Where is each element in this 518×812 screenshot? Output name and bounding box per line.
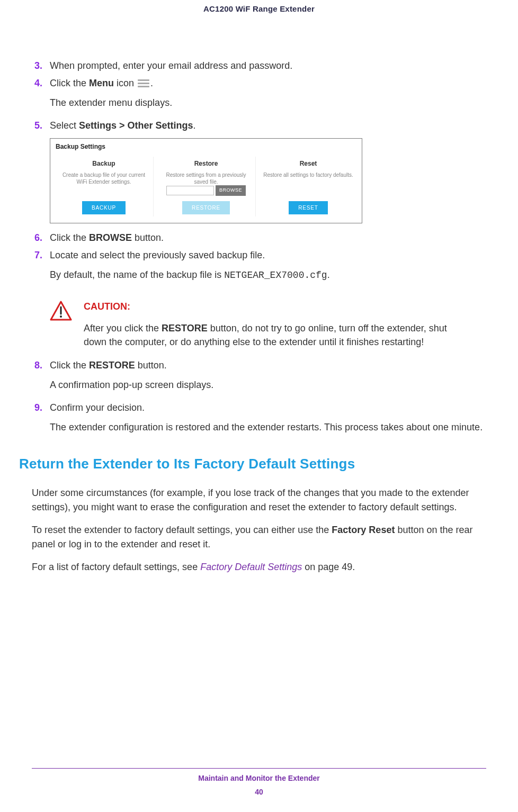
step-text: . xyxy=(150,78,153,88)
browse-button[interactable]: BROWSE xyxy=(216,185,246,196)
footer-divider xyxy=(32,768,486,769)
step-text: icon xyxy=(114,78,137,88)
step-4: 4. Click the Menu icon . The extender me… xyxy=(32,76,486,115)
restore-panel: Restore Restore settings from a previous… xyxy=(157,157,256,216)
panel-desc: Restore settings from a previously saved… xyxy=(159,172,253,185)
followup-text: The extender configuration is restored a… xyxy=(50,420,486,435)
step-text: When prompted, enter your email address … xyxy=(50,59,486,73)
followup-text: The extender menu displays. xyxy=(50,96,486,110)
followup-text: By default, the name of the backup file … xyxy=(50,269,224,280)
footer-chapter-title: Maintain and Monitor the Extender xyxy=(0,774,518,782)
bold-text: RESTORE xyxy=(89,360,135,371)
screenshot-title: Backup Settings xyxy=(50,139,362,155)
panel-desc: Restore all settings to factory defaults… xyxy=(261,172,355,192)
footer-page-number: 40 xyxy=(0,788,518,796)
step-text: button. xyxy=(132,232,164,243)
step-9: 9. Confirm your decision. The extender c… xyxy=(32,401,486,440)
backup-panel: Backup Create a backup file of your curr… xyxy=(55,157,154,216)
caution-label: CAUTION: xyxy=(84,300,470,314)
svg-point-2 xyxy=(60,315,62,318)
bold-text: Settings > Other Settings xyxy=(79,120,193,131)
file-path-input[interactable] xyxy=(166,186,214,195)
page-header: AC1200 WiF Range Extender xyxy=(0,4,518,13)
bold-text: Menu xyxy=(89,78,114,88)
paragraph-text: For a list of factory default settings, … xyxy=(32,562,200,572)
cross-reference-link[interactable]: Factory Default Settings xyxy=(200,562,302,572)
caution-icon xyxy=(50,301,72,349)
step-8: 8. Click the RESTORE button. A confirmat… xyxy=(32,358,486,398)
step-text: button. xyxy=(135,360,167,371)
hamburger-menu-icon xyxy=(138,79,149,88)
bold-text: BROWSE xyxy=(89,232,132,243)
step-number: 8. xyxy=(32,358,50,398)
content-area: 3. When prompted, enter your email addre… xyxy=(0,13,518,574)
step-6: 6. Click the BROWSE button. xyxy=(32,231,486,245)
step-text: Click the xyxy=(50,78,89,88)
bold-text: Factory Reset xyxy=(332,525,395,535)
bold-text: RESTORE xyxy=(162,323,208,333)
step-text: Locate and select the previously saved b… xyxy=(50,248,486,263)
reset-button[interactable]: RESET xyxy=(289,201,327,214)
paragraph: Under some circumstances (for example, i… xyxy=(32,486,486,515)
followup-text: . xyxy=(327,269,330,280)
step-number: 5. xyxy=(32,119,50,133)
panel-heading: Reset xyxy=(261,159,355,168)
step-7: 7. Locate and select the previously save… xyxy=(32,248,486,288)
backup-button[interactable]: BACKUP xyxy=(82,201,126,214)
filename-code: NETGEAR_EX7000.cfg xyxy=(224,270,327,281)
caution-block: CAUTION: After you click the RESTORE but… xyxy=(50,300,486,349)
step-5: 5. Select Settings > Other Settings. xyxy=(32,119,486,133)
step-text: Confirm your decision. xyxy=(50,401,486,415)
step-number: 7. xyxy=(32,248,50,288)
followup-text: A confirmation pop-up screen displays. xyxy=(50,378,486,392)
page-footer: Maintain and Monitor the Extender 40 xyxy=(0,768,518,796)
reset-panel: Reset Restore all settings to factory de… xyxy=(259,157,358,216)
restore-button[interactable]: RESTORE xyxy=(182,201,230,214)
step-number: 3. xyxy=(32,59,50,73)
panel-heading: Backup xyxy=(57,159,151,168)
step-number: 4. xyxy=(32,76,50,115)
step-number: 6. xyxy=(32,231,50,245)
section-heading: Return the Extender to Its Factory Defau… xyxy=(19,454,486,474)
step-text: Click the xyxy=(50,232,89,243)
step-number: 9. xyxy=(32,401,50,440)
step-text: Select xyxy=(50,120,79,131)
step-text: Click the xyxy=(50,360,89,371)
step-3: 3. When prompted, enter your email addre… xyxy=(32,59,486,73)
backup-settings-screenshot: Backup Settings Backup Create a backup f… xyxy=(50,138,362,223)
panel-heading: Restore xyxy=(159,159,253,168)
caution-text: After you click the xyxy=(84,323,162,333)
step-text: . xyxy=(193,120,196,131)
paragraph-text: To reset the extender to factory default… xyxy=(32,525,332,535)
paragraph-text: on page 49. xyxy=(302,562,355,572)
panel-desc: Create a backup file of your current WiF… xyxy=(57,172,151,192)
